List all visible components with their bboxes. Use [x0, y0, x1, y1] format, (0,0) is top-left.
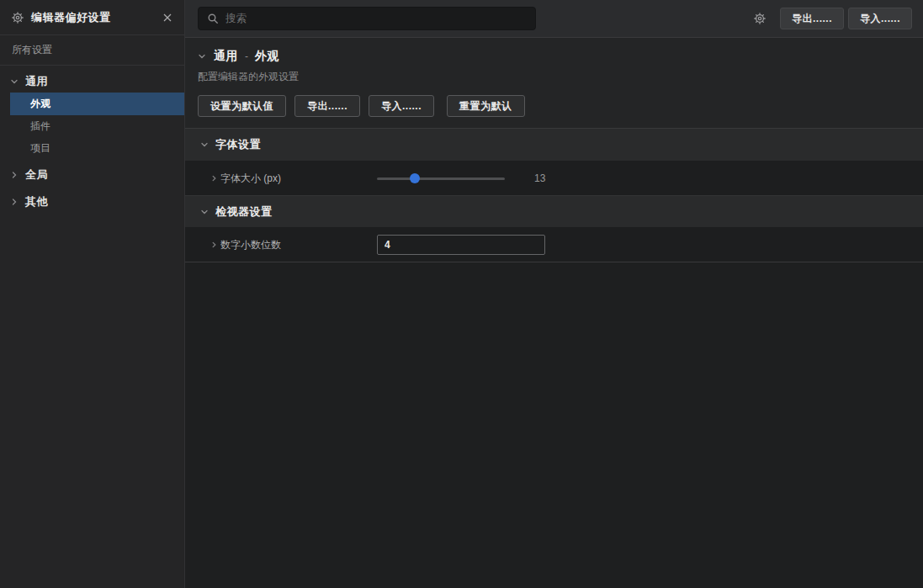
sidebar-title-bar: 编辑器偏好设置 [0, 0, 184, 35]
preferences-sidebar: 编辑器偏好设置 所有设置 通用 外观 插件 项目 全局 [0, 0, 185, 588]
settings-gear-icon[interactable] [754, 13, 766, 24]
section-title: 检视器设置 [215, 204, 273, 220]
top-toolbar: 导出...... 导入...... [185, 0, 923, 38]
slider-track[interactable] [377, 177, 505, 180]
window-title: 编辑器偏好设置 [31, 10, 111, 25]
tree-item-project[interactable]: 项目 [10, 137, 184, 159]
search-box[interactable] [198, 7, 536, 30]
sidebar-item-all-settings[interactable]: 所有设置 [0, 35, 184, 66]
tree-group-label: 通用 [25, 74, 48, 89]
settings-tree: 通用 外观 插件 项目 全局 其他 [0, 66, 184, 213]
page-title: 外观 [255, 49, 279, 64]
setting-row-decimal-places: 数字小数位数 [185, 227, 923, 262]
search-input[interactable] [225, 13, 527, 24]
breadcrumb-category: 通用 [214, 49, 238, 64]
import-settings-button[interactable]: 导入...... [369, 95, 434, 117]
chevron-down-icon [200, 208, 209, 216]
section-title: 字体设置 [215, 137, 261, 152]
slider-thumb[interactable] [410, 173, 420, 183]
chevron-down-icon[interactable] [198, 52, 206, 61]
main-panel: 导出...... 导入...... 通用 - 外观 配置编辑器的外观设置 设置为… [185, 0, 923, 588]
section-header-inspector[interactable]: 检视器设置 [185, 195, 923, 227]
page-header: 通用 - 外观 配置编辑器的外观设置 设置为默认值 导出...... 导入...… [185, 38, 923, 129]
decimal-places-input[interactable] [377, 235, 545, 255]
reset-default-button[interactable]: 重置为默认 [447, 95, 525, 117]
tree-group-global[interactable]: 全局 [0, 164, 184, 186]
close-icon[interactable] [162, 13, 172, 23]
page-description: 配置编辑器的外观设置 [198, 70, 910, 84]
search-icon [207, 13, 219, 24]
decimal-places-label: 数字小数位数 [220, 237, 281, 252]
set-default-button[interactable]: 设置为默认值 [198, 95, 286, 117]
tree-item-appearance[interactable]: 外观 [10, 93, 184, 115]
font-size-label: 字体大小 (px) [220, 171, 281, 185]
tree-group-other[interactable]: 其他 [0, 191, 184, 213]
tree-item-plugins[interactable]: 插件 [10, 115, 184, 137]
chevron-down-icon [10, 77, 19, 86]
font-size-value: 13 [534, 172, 545, 184]
tree-group-label: 其他 [25, 194, 48, 209]
chevron-right-icon[interactable] [210, 174, 218, 182]
font-size-slider[interactable] [377, 173, 505, 183]
export-button[interactable]: 导出...... [780, 8, 844, 29]
settings-sections: 字体设置 字体大小 (px) 13 检视器设置 [185, 129, 923, 262]
tree-group-general[interactable]: 通用 [0, 71, 184, 93]
chevron-right-icon[interactable] [210, 241, 218, 248]
breadcrumb-separator: - [245, 50, 248, 62]
chevron-right-icon [10, 198, 19, 206]
breadcrumb: 通用 - 外观 [198, 49, 910, 64]
export-settings-button[interactable]: 导出...... [294, 95, 360, 117]
page-actions: 设置为默认值 导出...... 导入...... 重置为默认 [198, 95, 910, 117]
import-button[interactable]: 导入...... [848, 8, 912, 29]
chevron-right-icon [10, 171, 19, 179]
tree-group-label: 全局 [25, 167, 48, 183]
gear-icon [12, 12, 24, 24]
chevron-down-icon [200, 140, 209, 149]
setting-row-font-size: 字体大小 (px) 13 [185, 161, 923, 195]
section-header-font[interactable]: 字体设置 [185, 129, 923, 161]
